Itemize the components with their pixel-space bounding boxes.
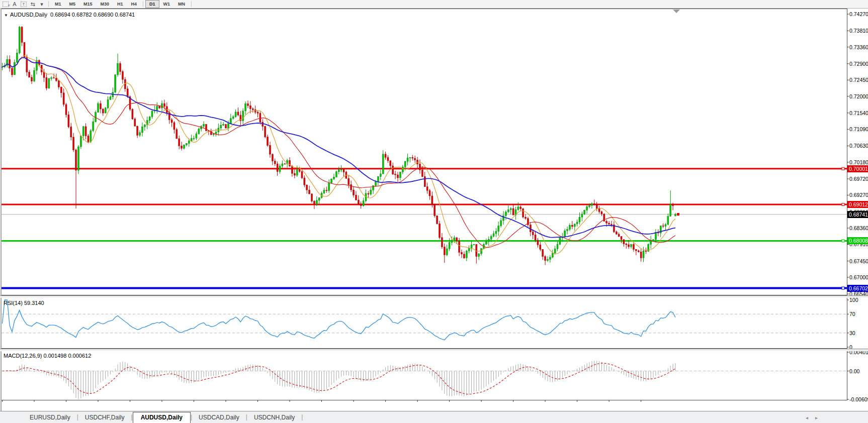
- chart-tab-usdcnh[interactable]: USDCNH,Daily: [247, 412, 301, 423]
- price-axis-tick: 0.73360: [849, 44, 868, 50]
- price-axis-tick: 0.70630: [849, 143, 868, 149]
- price-axis-tick: 0.69720: [849, 176, 868, 182]
- chart-tab-eurusd[interactable]: EURUSD,Daily: [23, 412, 77, 423]
- price-axis-tick: 0.69270: [849, 192, 868, 198]
- mt4-window: { "toolbar": { "icons": [ {"name":"data-…: [0, 0, 868, 423]
- rsi-indicator-label: RSI(14) 59.3140: [4, 300, 44, 306]
- price-axis-tick: 0.67450: [849, 258, 868, 264]
- tab-separator: |: [301, 413, 303, 421]
- price-axis-tick: 0.72450: [849, 77, 868, 83]
- chart-canvas[interactable]: [0, 0, 868, 423]
- level-price-label: 0.66702: [847, 285, 868, 292]
- symbol-caret-icon[interactable]: ▼: [4, 13, 8, 18]
- level-price-label: 0.68008: [847, 237, 868, 244]
- price-axis-tick: 0.72900: [849, 61, 868, 67]
- macd-axis-tick: -0.006090: [849, 396, 868, 402]
- chart-area[interactable]: ▼AUDUSD,Daily 0.68694 0.68782 0.68690 0.…: [0, 9, 868, 411]
- price-axis-tick: 0.70180: [849, 159, 868, 165]
- pane-splitter[interactable]: [0, 295, 868, 298]
- price-axis-tick: 0.67000: [849, 274, 868, 280]
- price-axis-tick: 0.73810: [849, 28, 868, 34]
- rsi-axis-tick: 30: [849, 330, 855, 336]
- macd-indicator-label: MACD(12,26,9) 0.001498 0.000612: [4, 353, 91, 359]
- price-axis-tick: 0.72000: [849, 93, 868, 99]
- pane-splitter[interactable]: [0, 349, 868, 351]
- tab-bar-grip: [0, 411, 23, 423]
- current-price-label: 0.68741: [847, 211, 868, 218]
- price-axis-tick: 0.71090: [849, 126, 868, 132]
- chart-ohlc-values: 0.68694 0.68782 0.68690 0.68741: [50, 12, 135, 18]
- tabs-scroll-right-icon[interactable]: ▸: [815, 415, 825, 420]
- price-axis-tick: 0.68360: [849, 225, 868, 231]
- price-axis-tick: 0.71540: [849, 110, 868, 116]
- chart-tab-bar: EURUSD,Daily|USDCHF,Daily|AUDUSD,Daily|U…: [0, 411, 868, 423]
- level-price-label: 0.70001: [847, 165, 868, 172]
- chart-tab-usdcad[interactable]: USDCAD,Daily: [192, 412, 246, 423]
- chart-symbol-label: AUDUSD,Daily: [10, 12, 47, 18]
- tabs-scroll-left-icon[interactable]: ◂: [806, 415, 815, 420]
- level-price-label: 0.69012: [847, 201, 868, 208]
- rsi-axis-tick: 70: [849, 311, 855, 317]
- price-axis-tick: 0.74270: [849, 11, 868, 17]
- chart-title: ▼AUDUSD,Daily 0.68694 0.68782 0.68690 0.…: [4, 12, 135, 18]
- chart-tab-audusd[interactable]: AUDUSD,Daily: [133, 412, 191, 423]
- chart-tab-usdchf[interactable]: USDCHF,Daily: [78, 412, 131, 423]
- macd-axis-tick: 0.00: [849, 368, 859, 374]
